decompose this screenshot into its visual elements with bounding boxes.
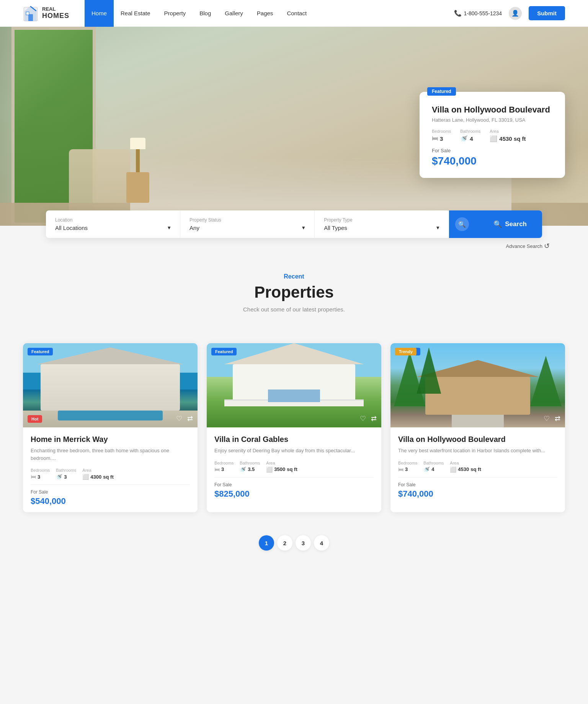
advance-search-arrow: ↺ xyxy=(544,242,550,250)
user-icon-glyph: 👤 xyxy=(511,10,519,17)
featured-address: Hatteras Lane, Hollywood, FL 33019, USA xyxy=(432,117,553,123)
stat-area: Area ⬜ 4530 sq ft xyxy=(490,129,526,142)
card-body-3: Villa on Hollywood Boulevard The very be… xyxy=(390,427,565,505)
properties-grid: Featured Hot ♡ ⇄ Home in Merrick Way Enc… xyxy=(0,343,588,528)
brand-line1: REAL xyxy=(42,7,69,12)
heart-icon-1[interactable]: ♡ xyxy=(176,414,182,423)
lamp-pole xyxy=(136,149,140,172)
nav-realestate[interactable]: Real Estate xyxy=(114,0,157,27)
bathrooms-value: 🚿 4 xyxy=(460,135,480,142)
area-value: ⬜ 4530 sq ft xyxy=(490,135,526,142)
advance-search-label: Advance Search xyxy=(506,243,542,249)
share-icon-1[interactable]: ⇄ xyxy=(187,414,193,423)
card-img-bg-2 xyxy=(207,343,381,427)
card-stats-3: Bedrooms 🛏 3 Bathrooms 🚿 4 Area xyxy=(398,461,557,473)
card-area-2: Area ⬜ 3500 sq ft xyxy=(266,461,297,473)
featured-title: Villa on Hollywood Boulevard xyxy=(432,105,553,115)
heart-icon-3[interactable]: ♡ xyxy=(544,414,550,423)
card-stats-1: Bedrooms 🛏 3 Bathrooms 🚿 3 Area xyxy=(31,468,190,480)
side-table xyxy=(126,172,149,203)
card-bathrooms-3: Bathrooms 🚿 4 xyxy=(423,461,444,473)
card-price-area-1: For Sale $540,000 xyxy=(31,489,66,506)
card-body-1: Home in Merrick Way Enchanting three bed… xyxy=(23,427,198,512)
pagination: 1 2 3 4 xyxy=(0,528,588,574)
page-btn-2[interactable]: 2 xyxy=(277,535,292,551)
card-price-area-3: For Sale $740,000 xyxy=(398,482,433,499)
house-roof-2 xyxy=(224,343,364,364)
nav-pages[interactable]: Pages xyxy=(250,0,280,27)
type-field[interactable]: Property Type All Types ▾ xyxy=(315,210,449,238)
card-bedrooms-1: Bedrooms 🛏 3 xyxy=(31,468,50,480)
advance-search[interactable]: Advance Search ↺ xyxy=(0,238,588,250)
submit-button[interactable]: Submit xyxy=(529,6,565,20)
heart-icon-2[interactable]: ♡ xyxy=(360,414,366,423)
area-icon-3: ⬜ xyxy=(450,466,456,473)
card-body-2: Villa in Coral Gables Enjoy serenity of … xyxy=(207,427,381,505)
location-field[interactable]: Location All Locations ▾ xyxy=(46,210,180,238)
card-area-1: Area ⬜ 4300 sq ft xyxy=(82,468,113,480)
page-btn-3[interactable]: 3 xyxy=(296,535,311,551)
card-area-3: Area ⬜ 4530 sq ft xyxy=(450,461,481,473)
driveway-3 xyxy=(452,415,504,427)
phone-display: 📞 1-800-555-1234 xyxy=(454,10,502,17)
status-field[interactable]: Property Status Any ▾ xyxy=(180,210,315,238)
status-label: Property Status xyxy=(189,217,305,223)
nav-contact[interactable]: Contact xyxy=(280,0,314,27)
card-stats-2: Bedrooms 🛏 3 Bathrooms 🚿 3.5 Area xyxy=(214,461,374,473)
card-price-area-2: For Sale $825,000 xyxy=(214,482,250,499)
card-desc-2: Enjoy serenity of Deering Bay whole day … xyxy=(214,447,374,455)
search-circle-button[interactable]: 🔍 xyxy=(455,217,469,231)
nav-links: Home Real Estate Property Blog Gallery P… xyxy=(85,0,454,27)
bathrooms-label: Bathrooms xyxy=(460,129,480,134)
bath-icon-2: 🚿 xyxy=(240,466,246,473)
lamp-shade xyxy=(130,138,145,149)
hot-tag-1: Hot xyxy=(28,415,42,423)
card-image-1: Featured Hot ♡ ⇄ xyxy=(23,343,198,427)
share-icon-2[interactable]: ⇄ xyxy=(371,414,377,423)
featured-tag-1: Featured xyxy=(28,348,53,355)
card-desc-3: The very best waterfront location in Har… xyxy=(398,447,557,455)
featured-badge: Featured xyxy=(427,87,456,96)
bath-icon-3: 🚿 xyxy=(423,466,430,473)
section-subtitle: Check out some of our latest properties. xyxy=(23,306,565,313)
brand-logo[interactable]: REAL HOMES xyxy=(23,4,69,23)
share-icon-3[interactable]: ⇄ xyxy=(555,414,560,423)
nav-blog[interactable]: Blog xyxy=(193,0,218,27)
featured-tag-2: Featured xyxy=(211,348,237,355)
property-card-2: Featured ♡ ⇄ Villa in Coral Gables Enjoy… xyxy=(207,343,381,512)
user-avatar[interactable]: 👤 xyxy=(509,7,522,20)
card-title-3: Villa on Hollywood Boulevard xyxy=(398,435,557,444)
card-bathrooms-2: Bathrooms 🚿 3.5 xyxy=(240,461,260,473)
house-roof-1 xyxy=(37,347,183,364)
nav-property[interactable]: Property xyxy=(157,0,193,27)
phone-number: 1-800-555-1234 xyxy=(464,10,502,16)
brand-line2: HOMES xyxy=(42,12,69,20)
bed-icon: 🛏 xyxy=(432,135,438,142)
page-btn-4[interactable]: 4 xyxy=(314,535,329,551)
bed-icon-2: 🛏 xyxy=(214,466,220,473)
type-value: All Types ▾ xyxy=(324,224,439,231)
area-icon-2: ⬜ xyxy=(266,466,273,473)
page-btn-1[interactable]: 1 xyxy=(259,535,274,551)
phone-icon: 📞 xyxy=(454,10,462,17)
type-label: Property Type xyxy=(324,217,439,223)
nav-home[interactable]: Home xyxy=(85,0,114,27)
type-chevron: ▾ xyxy=(436,224,439,231)
card-bedrooms-3: Bedrooms 🛏 3 xyxy=(398,461,417,473)
recent-section: Recent Properties Check out some of our … xyxy=(0,250,588,343)
search-magnifier-icon: 🔍 xyxy=(458,221,466,228)
house-body-1 xyxy=(41,364,180,411)
status-chevron: ▾ xyxy=(302,224,305,231)
door-2 xyxy=(268,389,320,402)
card-image-3: Featured Trendy ♡ ⇄ xyxy=(390,343,565,427)
featured-stats: Bedrooms 🛏 3 Bathrooms 🚿 4 Area ⬜ 4530 s… xyxy=(432,129,553,142)
nav-gallery[interactable]: Gallery xyxy=(218,0,250,27)
search-button[interactable]: 🔍 Search xyxy=(478,210,542,238)
house-body-3 xyxy=(425,377,530,415)
area-icon: ⬜ xyxy=(490,135,497,142)
card-title-1: Home in Merrick Way xyxy=(31,435,190,444)
tree-mid-3 xyxy=(416,347,441,394)
area-icon-1: ⬜ xyxy=(82,474,89,480)
search-icon-area[interactable]: 🔍 xyxy=(449,210,478,238)
hero-section: Featured Villa on Hollywood Boulevard Ha… xyxy=(0,27,588,226)
